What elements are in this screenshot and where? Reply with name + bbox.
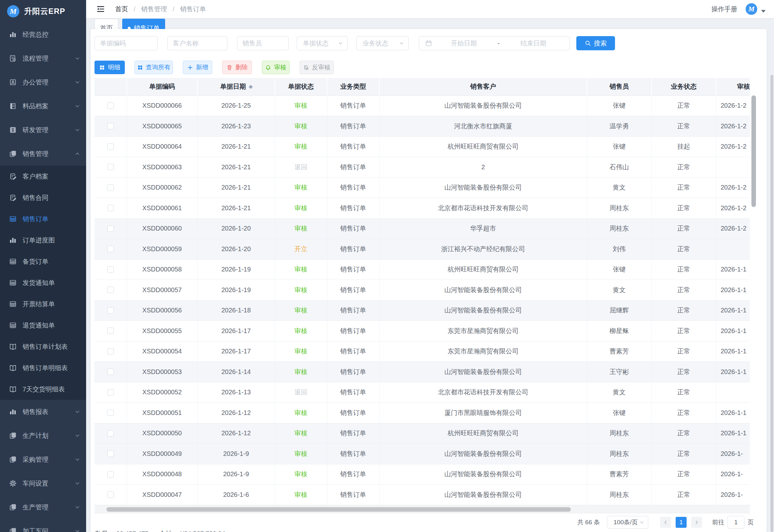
row-checkbox[interactable]: [107, 471, 114, 478]
toolbar-button-明细[interactable]: 明细: [94, 61, 125, 74]
sidebar-item-料品档案[interactable]: 料品档案: [0, 94, 86, 118]
row-checkbox[interactable]: [107, 123, 114, 129]
sidebar-item-订单进度图[interactable]: 订单进度图: [0, 230, 86, 251]
sidebar-item-发货通知单[interactable]: 发货通知单: [0, 272, 86, 293]
row-checkbox[interactable]: [107, 491, 114, 498]
cell-doc-date: 2026-1-21: [197, 177, 275, 198]
sidebar-item-加工车间[interactable]: 加工车间: [0, 519, 86, 532]
user-menu-caret-icon[interactable]: [761, 10, 766, 13]
table-row-XSDD000066[interactable]: XSDD0000662026-1-25审核销售订单山河智能装备股份有限公司张键正…: [94, 95, 750, 116]
sidebar-item-销售订单[interactable]: 销售订单: [0, 208, 86, 230]
table-row-XSDD000050[interactable]: XSDD0000502026-1-12审核销售订单杭州旺旺旺商贸有限公司周桂东正…: [94, 423, 750, 444]
row-checkbox[interactable]: [107, 103, 114, 109]
sidebar-item-流程管理[interactable]: 流程管理: [0, 46, 86, 70]
date-range-picker[interactable]: 开始日期 - 结束日期: [419, 36, 570, 50]
collapse-sidebar-icon[interactable]: [96, 5, 105, 13]
table-vertical-scrollbar[interactable]: [751, 95, 756, 207]
sidebar-item-开票结算单[interactable]: 开票结算单: [0, 293, 86, 315]
toolbar-button-查询所有[interactable]: 查询所有: [134, 61, 173, 74]
salesperson-input[interactable]: [237, 36, 289, 50]
doc-status-select[interactable]: 单据状态: [297, 36, 348, 50]
row-checkbox[interactable]: [107, 389, 114, 396]
row-checkbox[interactable]: [107, 450, 114, 457]
breadcrumb-home[interactable]: 首页: [115, 5, 128, 13]
sidebar-item-车间设置[interactable]: 车间设置: [0, 471, 86, 495]
table-row-XSDD000065[interactable]: XSDD0000652026-1-23审核销售订单河北衡水市红旗商厦温学勇正常2…: [94, 116, 750, 137]
row-checkbox[interactable]: [107, 246, 114, 252]
goto-page-input[interactable]: [728, 516, 744, 529]
table-row-XSDD000060[interactable]: XSDD0000602026-1-20审核销售订单华孚超市周桂东正常2026-1…: [94, 218, 750, 239]
toolbar-button-新增[interactable]: 新增: [183, 61, 212, 74]
table-row-XSDD000062[interactable]: XSDD0000622026-1-21审核销售订单山河智能装备股份有限公司黄文正…: [94, 177, 750, 198]
row-checkbox[interactable]: [107, 287, 114, 293]
breadcrumb-sales-mgmt[interactable]: 销售管理: [141, 5, 167, 13]
horizontal-scrollbar-thumb[interactable]: [106, 507, 571, 512]
doc-code-input[interactable]: [94, 36, 158, 50]
table-row-XSDD000058[interactable]: XSDD0000582026-1-19审核销售订单杭州旺旺旺商贸有限公司张键正常…: [94, 259, 750, 280]
cell-doc-code: XSDD000061: [127, 198, 197, 219]
table-row-XSDD000054[interactable]: XSDD0000542026-1-17审核销售订单东莞市星瀚商贸有限公司曹素芳正…: [94, 341, 750, 362]
table-row-XSDD000055[interactable]: XSDD0000552026-1-17审核销售订单东莞市星瀚商贸有限公司柳星稣正…: [94, 321, 750, 341]
table-row-XSDD000048[interactable]: XSDD0000482026-1-9审核销售订单山河智能装备股份有限公司曹素芳正…: [94, 464, 750, 485]
table-row-XSDD000052[interactable]: XSDD0000522026-1-13退回销售订单北京都市花语科技开发有限公司黄…: [94, 382, 750, 403]
customer-name-input[interactable]: [167, 36, 227, 50]
row-checkbox[interactable]: [107, 369, 114, 375]
biz-status-select[interactable]: 业务状态: [356, 36, 409, 50]
page-number-button[interactable]: 1: [676, 517, 687, 528]
search-button[interactable]: 搜索: [576, 36, 615, 50]
toolbar-button-审核[interactable]: 审核: [262, 61, 290, 74]
toolbar-button-反审核[interactable]: 反审核: [300, 61, 334, 74]
sidebar-item-经营总控[interactable]: 经营总控: [0, 23, 86, 46]
table-row-XSDD000051[interactable]: XSDD0000512026-1-12审核销售订单厦门市黑眼睛服饰有限公司张键正…: [94, 403, 750, 423]
sort-icon[interactable]: [249, 85, 253, 89]
row-checkbox[interactable]: [107, 205, 114, 211]
table-row-XSDD000057[interactable]: XSDD0000572026-1-19审核销售订单山河智能装备股份有限公司黄文正…: [94, 280, 750, 300]
row-checkbox[interactable]: [107, 409, 114, 416]
sidebar-item-销售订单计划表[interactable]: 销售订单计划表: [0, 336, 86, 357]
sidebar-item-销售合同[interactable]: 销售合同: [0, 187, 86, 208]
table-row-XSDD000064[interactable]: XSDD0000642026-1-21审核销售订单杭州旺旺旺商贸有限公司张键挂起…: [94, 136, 750, 157]
row-checkbox[interactable]: [107, 348, 114, 355]
sidebar-item-销售报表[interactable]: 销售报表: [0, 400, 86, 424]
table-row-XSDD000047[interactable]: XSDD0000472026-1-6审核销售订单山河智能装备股份有限公司周桂东正…: [94, 485, 750, 505]
row-checkbox[interactable]: [107, 307, 114, 314]
user-avatar[interactable]: M: [746, 3, 757, 15]
page-vertical-scrollbar[interactable]: [770, 75, 773, 532]
table-row-XSDD000056[interactable]: XSDD0000562026-1-18审核销售订单山河智能装备股份有限公司屈继辉…: [94, 300, 750, 321]
sidebar-item-销售管理[interactable]: 销售管理: [0, 142, 86, 166]
cell-salesperson: 周桂东: [587, 423, 651, 444]
sidebar-item-生产管理[interactable]: 生产管理: [0, 495, 86, 519]
cell-salesperson: 黄文: [587, 280, 651, 300]
sidebar-item-生产计划[interactable]: 生产计划: [0, 424, 86, 448]
prev-page-button[interactable]: [660, 517, 671, 528]
table-row-XSDD000063[interactable]: XSDD0000632026-1-21退回销售订单2石伟山正常: [94, 157, 750, 178]
row-checkbox[interactable]: [107, 266, 114, 273]
sidebar-item-办公管理[interactable]: 办公管理: [0, 70, 86, 94]
row-checkbox[interactable]: [107, 225, 114, 232]
table-row-XSDD000053[interactable]: XSDD0000532026-1-14审核销售订单山河智能装备股份有限公司王守彬…: [94, 362, 750, 382]
cell-biz-type: 销售订单: [327, 280, 379, 300]
table-row-XSDD000061[interactable]: XSDD0000612026-1-21审核销售订单北京都市花语科技开发有限公司周…: [94, 198, 750, 219]
sidebar-item-退货通知单[interactable]: 退货通知单: [0, 315, 86, 336]
table-row-XSDD000049[interactable]: XSDD0000492026-1-9审核销售订单山河智能装备股份有限公司周桂东正…: [94, 444, 750, 464]
cell-doc-date: 2026-1-14: [197, 362, 275, 382]
row-checkbox[interactable]: [107, 430, 114, 437]
operation-manual-link[interactable]: 操作手册: [711, 5, 737, 14]
sidebar-item-备货订单[interactable]: 备货订单: [0, 251, 86, 272]
toolbar-button-删除[interactable]: 删除: [222, 61, 252, 74]
row-checkbox[interactable]: [107, 328, 114, 334]
row-checkbox[interactable]: [107, 143, 114, 150]
next-page-button[interactable]: [691, 517, 702, 528]
row-checkbox[interactable]: [107, 184, 114, 191]
sidebar-item-销售订单明细表[interactable]: 销售订单明细表: [0, 357, 86, 379]
row-checkbox[interactable]: [107, 164, 114, 170]
page-size-select[interactable]: 100条/页: [607, 516, 648, 529]
sidebar-item-7天交货明细表[interactable]: 7天交货明细表: [0, 379, 86, 400]
cell-biz-type: 销售订单: [327, 116, 379, 137]
sidebar-item-客户档案[interactable]: 客户档案: [0, 166, 86, 187]
sidebar-item-研发管理[interactable]: 研发管理: [0, 118, 86, 142]
column-header-单据日期[interactable]: 单据日期: [197, 78, 275, 95]
table-row-XSDD000059[interactable]: XSDD0000592026-1-20开立销售订单浙江裕兴不动产经纪有限公司刘伟…: [94, 239, 750, 260]
sidebar-item-采购管理[interactable]: 采购管理: [0, 448, 86, 471]
chevron-down-icon: [74, 103, 80, 109]
